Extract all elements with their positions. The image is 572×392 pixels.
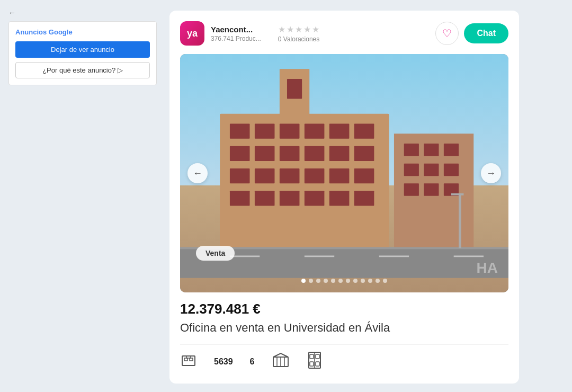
seller-ratings: ★ ★ ★ ★ ★ 0 Valoraciones <box>278 24 320 43</box>
dot-4[interactable] <box>324 279 328 283</box>
star-4: ★ <box>303 24 311 34</box>
venta-badge: Venta <box>196 246 235 261</box>
dot-7[interactable] <box>346 279 350 283</box>
elevator-icon <box>307 351 323 373</box>
stat-elevator <box>307 351 323 373</box>
svg-rect-2 <box>255 124 275 139</box>
rooms-value: 6 <box>250 357 255 367</box>
seller-logo[interactable]: ya <box>180 21 204 46</box>
slider-dots <box>301 279 387 283</box>
svg-rect-34 <box>404 183 419 195</box>
building-svg <box>180 54 508 278</box>
listing-price: 12.379.481 € <box>180 301 508 317</box>
svg-rect-33 <box>444 164 459 176</box>
ad-brand: Google <box>49 28 73 36</box>
svg-rect-12 <box>354 146 374 161</box>
svg-rect-35 <box>424 183 439 195</box>
star-2: ★ <box>287 24 294 34</box>
svg-rect-31 <box>404 164 419 176</box>
svg-rect-10 <box>305 146 325 161</box>
svg-rect-14 <box>255 168 275 183</box>
slider-prev-button[interactable]: ← <box>187 163 208 183</box>
svg-rect-58 <box>316 362 319 366</box>
garage-icon <box>272 352 290 372</box>
svg-rect-7 <box>230 146 250 161</box>
svg-rect-56 <box>316 354 319 359</box>
svg-rect-55 <box>310 354 314 359</box>
stat-rooms: 6 <box>250 357 255 367</box>
svg-rect-6 <box>354 124 374 139</box>
main-content: ya Yaencont... 376.741 Produc... ★ ★ ★ ★… <box>169 0 572 392</box>
svg-rect-57 <box>310 362 314 366</box>
svg-rect-16 <box>305 168 325 183</box>
stat-office <box>180 352 197 372</box>
slider-next-button[interactable]: → <box>481 163 501 183</box>
svg-rect-40 <box>305 255 334 257</box>
valoraciones-count: 0 <box>278 35 282 43</box>
dot-11[interactable] <box>376 279 380 283</box>
chat-button[interactable]: Chat <box>464 23 508 43</box>
seller-products: 376.741 Produc... <box>211 35 261 42</box>
dot-5[interactable] <box>331 279 335 283</box>
svg-rect-32 <box>424 164 439 176</box>
svg-rect-28 <box>404 144 419 156</box>
svg-rect-3 <box>280 124 300 139</box>
svg-rect-39 <box>230 255 260 257</box>
watermark: HA <box>477 260 498 277</box>
seller-info: ya Yaencont... 376.741 Produc... ★ ★ ★ ★… <box>180 21 319 46</box>
svg-rect-24 <box>354 191 374 206</box>
star-5: ★ <box>312 24 319 34</box>
svg-rect-17 <box>329 168 350 183</box>
seller-details: Yaencont... 376.741 Produc... <box>211 25 261 42</box>
stat-area: 5639 <box>214 357 233 367</box>
ad-box: Anuncios Google Dejar de ver anuncio ¿Po… <box>8 21 157 85</box>
dot-12[interactable] <box>383 279 387 283</box>
svg-rect-5 <box>329 124 350 139</box>
star-3: ★ <box>295 24 302 34</box>
valoraciones-label: Valoraciones <box>283 35 319 43</box>
svg-rect-41 <box>379 255 409 257</box>
favorite-button[interactable]: ♡ <box>435 22 459 45</box>
stars: ★ ★ ★ ★ ★ <box>278 24 319 34</box>
star-1: ★ <box>278 24 285 34</box>
svg-rect-4 <box>305 124 325 139</box>
svg-rect-11 <box>329 146 350 161</box>
back-arrow[interactable]: ← <box>8 8 161 17</box>
image-slider: ← → Venta HA <box>180 54 508 292</box>
dot-3[interactable] <box>316 279 320 283</box>
ad-title-prefix: Anuncios <box>15 28 47 36</box>
svg-rect-18 <box>354 168 374 183</box>
listing-card: ya Yaencont... 376.741 Produc... ★ ★ ★ ★… <box>169 11 519 384</box>
stop-ad-button[interactable]: Dejar de ver anuncio <box>15 41 150 58</box>
svg-rect-29 <box>424 144 439 156</box>
dot-1[interactable] <box>301 279 306 283</box>
stat-garage <box>272 352 290 372</box>
why-ad-button[interactable]: ¿Por qué este anuncio? ▷ <box>15 62 150 78</box>
svg-rect-43 <box>459 193 461 248</box>
listing-title: Oficina en venta en Universidad en Ávila <box>180 320 508 336</box>
svg-rect-1 <box>230 124 250 139</box>
svg-rect-22 <box>305 191 325 206</box>
area-value: 5639 <box>214 357 233 367</box>
dot-8[interactable] <box>353 279 358 283</box>
svg-rect-19 <box>230 191 250 206</box>
svg-rect-21 <box>280 191 300 206</box>
ad-title: Anuncios Google <box>15 28 150 36</box>
svg-rect-15 <box>280 168 300 183</box>
seller-actions: ♡ Chat <box>435 22 508 45</box>
dot-10[interactable] <box>368 279 372 283</box>
svg-rect-44 <box>451 193 463 195</box>
dot-2[interactable] <box>309 279 313 283</box>
svg-rect-13 <box>230 168 250 183</box>
ad-panel: ← Anuncios Google Dejar de ver anuncio ¿… <box>0 0 169 392</box>
dot-9[interactable] <box>361 279 365 283</box>
office-icon <box>180 352 197 372</box>
valoraciones: 0 Valoraciones <box>278 35 320 43</box>
property-stats: 5639 6 <box>180 344 508 373</box>
svg-rect-26 <box>287 79 302 99</box>
svg-rect-23 <box>329 191 350 206</box>
seller-header: ya Yaencont... 376.741 Produc... ★ ★ ★ ★… <box>180 21 508 46</box>
svg-rect-48 <box>186 356 191 358</box>
svg-rect-8 <box>255 146 275 161</box>
dot-6[interactable] <box>338 279 343 283</box>
